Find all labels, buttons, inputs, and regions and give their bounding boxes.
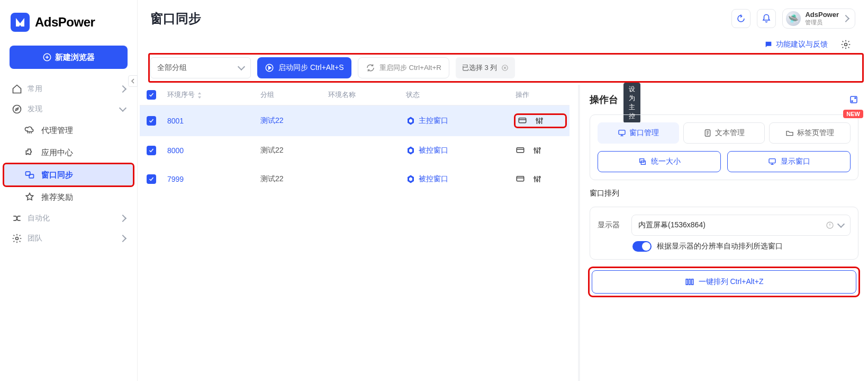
close-circle-icon [501, 64, 509, 72]
col-status[interactable]: 状态 [402, 85, 511, 105]
toolbar: 全部分组 启动同步 Ctrl+Alt+S 重启同步 Ctrl+Alt+R 已选择… [138, 57, 868, 85]
uniform-size-label: 统一大小 [651, 157, 681, 166]
star-icon [24, 192, 35, 202]
notifications-button[interactable] [757, 9, 776, 28]
svg-point-17 [534, 177, 536, 179]
table-row[interactable]: 8001 测试22 主控窗口 [140, 105, 569, 137]
auto-arrange-toggle[interactable] [632, 241, 652, 252]
arrange-section-label: 窗口排列 [590, 189, 858, 198]
chevron-down-icon [837, 220, 845, 228]
open-window-button[interactable] [516, 146, 525, 155]
user-menu[interactable]: 🛸 AdsPower 管理员 [782, 8, 855, 29]
svg-point-11 [541, 118, 542, 120]
row-checkbox[interactable] [147, 146, 156, 155]
nav: 常用 发现 代理管理 应用中心 窗口同步 推荐奖励 [0, 77, 137, 250]
expand-panel-button[interactable] [849, 95, 858, 104]
show-windows-label: 显示窗口 [781, 157, 810, 166]
svg-rect-21 [619, 130, 625, 135]
brand-name: AdsPower [35, 15, 95, 30]
cell-seq: 7999 [163, 165, 256, 193]
adjust-button[interactable] [535, 116, 544, 126]
restart-sync-button[interactable]: 重启同步 Ctrl+Alt+R [358, 57, 449, 78]
cell-name [324, 165, 402, 193]
one-click-arrange-label: 一键排列 Ctrl+Alt+Z [699, 277, 764, 287]
open-window-button[interactable] [516, 174, 525, 184]
settings-button[interactable] [836, 35, 855, 54]
cell-status: 被控窗口 [402, 136, 511, 165]
sidebar-item-rewards[interactable]: 推荐奖励 [4, 187, 133, 208]
show-windows-button[interactable]: 显示窗口 [727, 151, 851, 172]
topbar: 窗口同步 🛸 AdsPower 管理员 [138, 0, 868, 35]
bell-icon [762, 14, 771, 23]
home-icon [12, 84, 22, 94]
auto-arrange-label: 根据显示器的分辨率自动排列所选窗口 [657, 242, 783, 251]
cell-status: 主控窗口 [402, 105, 511, 137]
display-select[interactable]: 内置屏幕(1536x864) [631, 215, 851, 236]
select-all-checkbox[interactable] [147, 90, 156, 100]
row-checkbox[interactable] [147, 174, 156, 184]
panel-title: 操作台 [590, 93, 618, 106]
cell-group: 测试22 [256, 136, 324, 165]
adjust-button[interactable] [532, 146, 542, 155]
chevron-down-icon [238, 63, 245, 70]
operations-panel: 操作台 NEW 窗口管理 文本管理 [578, 85, 868, 381]
nav-section-common[interactable]: 常用 [4, 79, 133, 99]
selection-count-pill: 已选择 3 列 [456, 57, 515, 78]
svg-point-9 [536, 119, 538, 120]
columns-icon [685, 277, 694, 287]
one-click-arrange-button[interactable]: 一键排列 Ctrl+Alt+Z [592, 270, 856, 294]
row-checkbox[interactable] [147, 116, 156, 126]
nav-common-label: 常用 [28, 84, 42, 94]
cell-name [324, 105, 402, 137]
gear-icon [12, 233, 22, 244]
clear-selection-button[interactable] [501, 64, 509, 72]
svg-rect-8 [519, 118, 526, 123]
nav-discover-label: 发现 [28, 104, 42, 114]
group-select[interactable]: 全部分组 [150, 57, 251, 78]
sliders-icon [532, 146, 542, 155]
puzzle-icon [24, 147, 35, 158]
nav-section-automation[interactable]: 自动化 [4, 209, 133, 228]
start-sync-button[interactable]: 启动同步 Ctrl+Alt+S [257, 57, 351, 78]
refresh-icon [366, 63, 375, 73]
col-group[interactable]: 分组 [256, 85, 324, 105]
feedback-link[interactable]: 功能建议与反馈 [764, 35, 828, 54]
tab-text-mgmt[interactable]: 文本管理 [683, 122, 765, 144]
sidebar-item-proxy[interactable]: 代理管理 [4, 120, 133, 141]
svg-point-1 [13, 105, 21, 113]
new-badge: NEW [843, 110, 863, 118]
sidebar-collapse-toggle[interactable] [128, 75, 138, 87]
chevron-right-icon [842, 15, 849, 22]
uniform-size-button[interactable]: 统一大小 [598, 151, 721, 172]
adjust-button[interactable] [532, 174, 542, 184]
table-row[interactable]: 8000 测试22 被控窗口 [140, 136, 569, 165]
col-seq[interactable]: 环境序号 [163, 85, 256, 105]
svg-point-5 [845, 43, 847, 46]
new-browser-button[interactable]: 新建浏览器 [10, 46, 128, 69]
cell-ops [511, 105, 569, 137]
col-name[interactable]: 环境名称 [324, 85, 402, 105]
cell-group: 测试22 [256, 105, 324, 137]
avatar: 🛸 [786, 11, 801, 26]
sidebar-item-window-sync[interactable]: 窗口同步 [4, 164, 133, 185]
nav-team-label: 团队 [28, 234, 42, 243]
user-role: 管理员 [805, 19, 839, 26]
sidebar-item-label: 应用中心 [41, 148, 73, 158]
svg-point-10 [539, 121, 540, 123]
sidebar-item-apps[interactable]: 应用中心 [4, 142, 133, 163]
document-icon [703, 129, 712, 137]
tab-window-mgmt[interactable]: 窗口管理 [598, 122, 679, 144]
sync-button[interactable] [731, 9, 751, 28]
svg-point-14 [537, 151, 538, 153]
panel-card-tabs: NEW 窗口管理 文本管理 标签页管理 [590, 114, 858, 180]
svg-rect-27 [686, 279, 688, 285]
group-select-value: 全部分组 [157, 63, 187, 73]
nav-section-team[interactable]: 团队 [4, 229, 133, 248]
tab-tabs-mgmt[interactable]: 标签页管理 [769, 122, 851, 144]
table-row[interactable]: 7999 测试22 被控窗口 [140, 165, 569, 193]
monitor-icon [518, 116, 527, 126]
hexagon-icon [406, 116, 415, 126]
open-window-button[interactable] [518, 116, 527, 126]
cell-status: 被控窗口 [402, 165, 511, 193]
nav-section-discover[interactable]: 发现 [4, 100, 133, 119]
